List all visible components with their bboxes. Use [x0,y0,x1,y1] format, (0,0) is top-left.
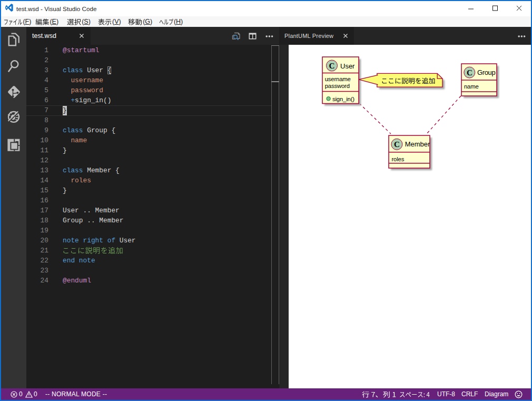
svg-text:Member: Member [405,140,430,148]
svg-text:roles: roles [391,156,404,162]
svg-text:sign_in(): sign_in() [332,96,354,102]
svg-text:C: C [329,62,335,70]
svg-text:C: C [394,140,400,149]
svg-text:name: name [464,83,479,90]
svg-text:User: User [340,62,355,70]
svg-text:C: C [467,69,472,77]
svg-text:password: password [325,83,350,89]
svg-text:Group: Group [477,69,496,76]
svg-text:username: username [325,76,351,82]
